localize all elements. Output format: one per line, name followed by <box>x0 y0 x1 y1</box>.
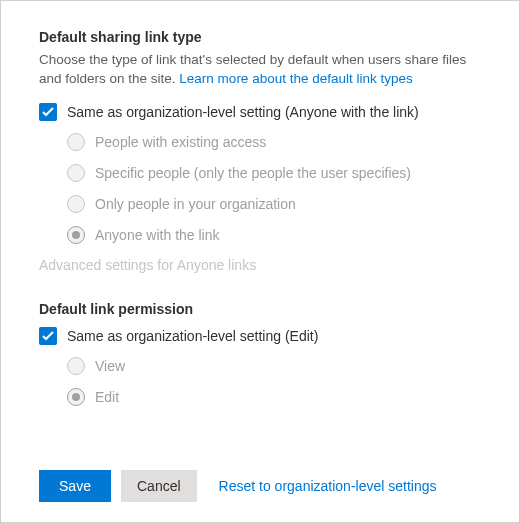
radio-label: People with existing access <box>95 134 266 150</box>
link-type-description: Choose the type of link that's selected … <box>39 51 491 89</box>
checkmark-icon <box>39 327 57 345</box>
advanced-settings-link: Advanced settings for Anyone links <box>39 257 491 273</box>
save-button[interactable]: Save <box>39 470 111 502</box>
link-permission-org-label: Same as organization-level setting (Edit… <box>67 328 318 344</box>
radio-label: Only people in your organization <box>95 196 296 212</box>
radio-existing-access: People with existing access <box>67 133 491 151</box>
learn-more-link[interactable]: Learn more about the default link types <box>179 71 412 86</box>
footer-bar: Save Cancel Reset to organization-level … <box>39 470 491 502</box>
radio-icon <box>67 357 85 375</box>
reset-link[interactable]: Reset to organization-level settings <box>219 478 437 494</box>
radio-anyone: Anyone with the link <box>67 226 491 244</box>
radio-label: Edit <box>95 389 119 405</box>
link-permission-radio-group: View Edit <box>39 357 491 406</box>
radio-specific-people: Specific people (only the people the use… <box>67 164 491 182</box>
link-type-org-checkbox-row[interactable]: Same as organization-level setting (Anyo… <box>39 103 491 121</box>
link-permission-org-checkbox-row[interactable]: Same as organization-level setting (Edit… <box>39 327 491 345</box>
radio-org-only: Only people in your organization <box>67 195 491 213</box>
radio-icon <box>67 133 85 151</box>
radio-view: View <box>67 357 491 375</box>
radio-label: Specific people (only the people the use… <box>95 165 411 181</box>
radio-icon <box>67 388 85 406</box>
radio-label: Anyone with the link <box>95 227 220 243</box>
checkmark-icon <box>39 103 57 121</box>
radio-edit: Edit <box>67 388 491 406</box>
cancel-button[interactable]: Cancel <box>121 470 197 502</box>
radio-icon <box>67 164 85 182</box>
radio-label: View <box>95 358 125 374</box>
link-type-title: Default sharing link type <box>39 29 491 45</box>
link-permission-title: Default link permission <box>39 301 491 317</box>
link-type-org-label: Same as organization-level setting (Anyo… <box>67 104 419 120</box>
radio-icon <box>67 195 85 213</box>
radio-icon <box>67 226 85 244</box>
link-type-radio-group: People with existing access Specific peo… <box>39 133 491 244</box>
